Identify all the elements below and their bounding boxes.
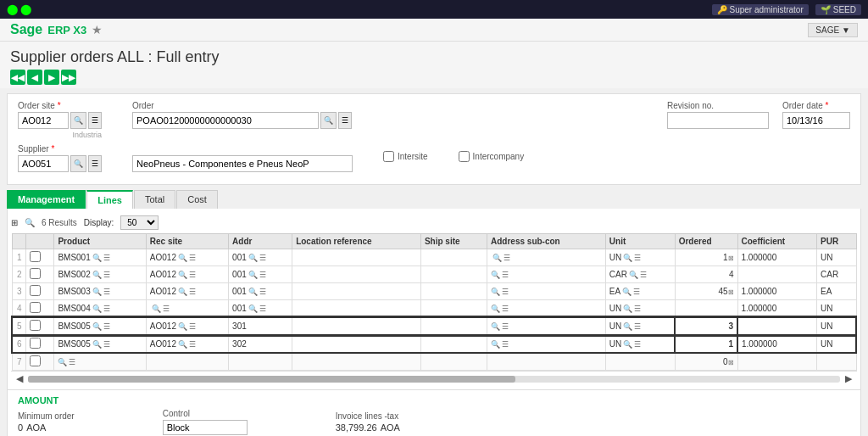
cell-list-icon[interactable]: ☰ (189, 254, 196, 262)
tab-cost[interactable]: Cost (176, 190, 218, 209)
cell-list-icon[interactable]: ☰ (259, 305, 266, 313)
cell-list-icon[interactable]: ☰ (633, 288, 640, 296)
cell-list-icon[interactable]: ☰ (640, 271, 647, 279)
cell-list-icon[interactable]: ☰ (502, 305, 509, 313)
first-record-button[interactable]: ◀◀ (10, 70, 25, 85)
supplier-input[interactable] (18, 155, 69, 172)
cell-list-icon[interactable]: ☰ (189, 322, 196, 331)
cell-search-icon[interactable]: 🔍 (491, 322, 500, 331)
tab-total[interactable]: Total (134, 190, 175, 209)
scroll-track[interactable] (28, 376, 840, 383)
cell-search-icon[interactable]: 🔍 (92, 305, 102, 313)
cell-search-icon[interactable]: 🔍 (178, 322, 187, 331)
cell-list-icon[interactable]: ☰ (634, 340, 641, 349)
cell-list-icon[interactable]: ☰ (163, 305, 170, 313)
cell-search-icon[interactable]: 🔍 (248, 288, 258, 296)
cell-expand-icon[interactable]: ⊠ (728, 288, 734, 296)
cell-search-icon[interactable]: 🔍 (623, 340, 632, 349)
last-record-button[interactable]: ▶▶ (61, 70, 76, 85)
cell-expand-icon[interactable]: ⊠ (728, 254, 734, 262)
scroll-left-icon[interactable]: ◀ (11, 373, 28, 384)
control-input[interactable] (163, 420, 248, 435)
cell-list-icon[interactable]: ☰ (103, 322, 110, 331)
row-checkbox[interactable] (30, 320, 41, 331)
cell-search-icon[interactable]: 🔍 (629, 271, 638, 279)
tab-lines[interactable]: Lines (86, 190, 133, 209)
cell-list-icon[interactable]: ☰ (634, 322, 641, 331)
cell-search-icon[interactable]: 🔍 (622, 288, 632, 296)
cell-search-icon[interactable]: 🔍 (92, 254, 102, 262)
cell-list-icon[interactable]: ☰ (502, 271, 509, 279)
cell-list-icon[interactable]: ☰ (502, 322, 509, 331)
order-site-input[interactable] (18, 112, 69, 129)
cell-search-icon[interactable]: 🔍 (623, 322, 632, 331)
cell-search-icon[interactable]: 🔍 (491, 288, 500, 296)
cell-list-icon[interactable]: ☰ (502, 288, 509, 296)
row-checkbox[interactable] (30, 251, 41, 262)
cell-search-icon[interactable]: 🔍 (491, 340, 500, 349)
supplier-search-btn[interactable]: 🔍 (70, 155, 86, 172)
cell-expand-icon[interactable]: ⊠ (728, 359, 734, 366)
scroll-right-icon[interactable]: ▶ (840, 373, 857, 384)
row-checkbox[interactable] (30, 285, 41, 296)
table-icon-grid[interactable]: ⊞ (11, 218, 18, 227)
order-date-input[interactable] (782, 112, 850, 129)
cell-list-icon[interactable]: ☰ (189, 340, 196, 349)
intercompany-checkbox[interactable] (459, 151, 470, 162)
cell-list-icon[interactable]: ☰ (259, 288, 266, 296)
cell-list-icon[interactable]: ☰ (634, 254, 641, 262)
cell-search-icon[interactable]: 🔍 (178, 254, 187, 262)
cell-search-icon[interactable]: 🔍 (248, 305, 258, 313)
favorite-star-icon[interactable]: ★ (92, 23, 103, 36)
cell-list-icon[interactable]: ☰ (69, 358, 75, 366)
sage-dropdown[interactable]: SAGE ▼ (808, 23, 858, 37)
scroll-thumb[interactable] (28, 376, 515, 383)
cell-list-icon[interactable]: ☰ (189, 288, 196, 296)
cell-list-icon[interactable]: ☰ (103, 254, 110, 262)
row-checkbox[interactable] (30, 268, 41, 279)
revision-input[interactable] (667, 112, 769, 129)
cell-list-icon[interactable]: ☰ (634, 305, 641, 313)
cell-list-icon[interactable]: ☰ (103, 288, 110, 296)
cell-list-icon[interactable]: ☰ (259, 254, 266, 262)
cell-list-icon[interactable]: ☰ (189, 271, 196, 279)
tab-management[interactable]: Management (7, 190, 86, 209)
cell-search-icon[interactable]: 🔍 (491, 271, 500, 279)
cell-search-icon[interactable]: 🔍 (58, 358, 67, 366)
cell-search-icon[interactable]: 🔍 (92, 271, 102, 279)
cell-search-icon[interactable]: 🔍 (623, 305, 632, 313)
seed-button[interactable]: 🌱 SEED (815, 4, 861, 15)
cell-search-icon[interactable]: 🔍 (491, 305, 500, 313)
cell-search-icon[interactable]: 🔍 (92, 288, 102, 296)
cell-search-icon[interactable]: 🔍 (92, 322, 102, 331)
cell-search-icon[interactable]: 🔍 (248, 254, 258, 262)
cell-search-icon[interactable]: 🔍 (92, 340, 102, 349)
cell-search-icon[interactable]: 🔍 (178, 340, 187, 349)
cell-search-icon[interactable]: 🔍 (248, 271, 258, 279)
supplier-name-input[interactable] (132, 155, 353, 172)
cell-list-icon[interactable]: ☰ (259, 271, 266, 279)
supplier-list-btn[interactable]: ☰ (88, 155, 102, 172)
order-site-search-btn[interactable]: 🔍 (70, 112, 86, 129)
prev-record-button[interactable]: ◀ (27, 70, 42, 85)
cell-search-icon[interactable]: 🔍 (492, 254, 502, 262)
row-checkbox[interactable] (30, 338, 41, 349)
cell-search-icon[interactable]: 🔍 (178, 271, 187, 279)
order-input[interactable] (132, 112, 319, 129)
cell-list-icon[interactable]: ☰ (103, 271, 110, 279)
display-select[interactable]: 50 100 (120, 215, 159, 230)
intersite-checkbox[interactable] (383, 151, 394, 162)
order-site-list-btn[interactable]: ☰ (88, 112, 102, 129)
table-search-icon[interactable]: 🔍 (25, 218, 35, 227)
cell-list-icon[interactable]: ☰ (502, 340, 509, 349)
cell-list-icon[interactable]: ☰ (103, 340, 110, 349)
row-checkbox[interactable] (30, 355, 41, 366)
order-list-btn[interactable]: ☰ (338, 112, 352, 129)
row-checkbox[interactable] (30, 302, 41, 313)
cell-list-icon[interactable]: ☰ (504, 254, 510, 262)
cell-search-icon[interactable]: 🔍 (178, 288, 187, 296)
cell-list-icon[interactable]: ☰ (103, 305, 110, 313)
cell-search-icon[interactable]: 🔍 (623, 254, 632, 262)
admin-button[interactable]: 🔑 Super administrator (712, 4, 809, 15)
cell-search-icon[interactable]: 🔍 (152, 305, 161, 313)
